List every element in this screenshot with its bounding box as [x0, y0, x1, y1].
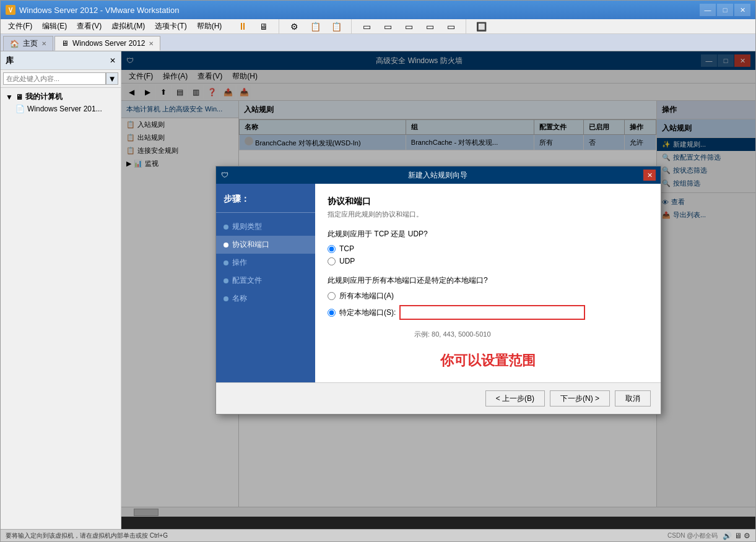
library-search-input[interactable] [3, 72, 106, 85]
pause-button[interactable]: ⏸ [234, 18, 251, 35]
dialog-title-text: 新建入站规则向导 [232, 170, 643, 181]
dialog-icon: 🛡 [221, 171, 228, 179]
step-dot-1 [224, 225, 228, 230]
menu-help[interactable]: 帮助(H) [192, 20, 227, 33]
dialog-section-title: 协议和端口 [328, 196, 648, 207]
main-content: 库 ✕ ▼ ▼ 🖥 我的计算机 📄 Windows Server 201... [1, 51, 755, 529]
port-question: 此规则应用于所有本地端口还是特定的本地端口? [328, 275, 648, 286]
maximize-button[interactable]: □ [717, 4, 733, 16]
menu-vm[interactable]: 虚拟机(M) [106, 20, 150, 33]
toolbar-btn-8[interactable]: ▭ [400, 18, 417, 35]
toolbar-separator-2 [351, 19, 352, 34]
minimize-button[interactable]: — [700, 4, 716, 16]
step-name[interactable]: 名称 [216, 290, 315, 308]
specific-ports-label: 特定本地端口(S): [339, 308, 396, 318]
close-button[interactable]: ✕ [734, 4, 750, 16]
tab-vm-label: Windows Server 2012 [72, 39, 145, 48]
udp-label: UDP [339, 257, 355, 265]
tcp-radio-item[interactable]: TCP [328, 244, 648, 253]
toolbar-btn-11[interactable]: 🔲 [472, 18, 490, 35]
library-search-area: ▼ [1, 70, 121, 88]
back-button[interactable]: < 上一步(B) [485, 390, 545, 406]
vm-tab-icon: 🖥 [61, 39, 69, 48]
toolbar-btn-3[interactable]: ⚙ [285, 18, 303, 35]
new-rule-dialog: 🛡 新建入站规则向导 ✕ 步骤： 规则类型 [215, 166, 661, 415]
all-ports-radio[interactable] [328, 292, 336, 300]
modal-overlay: 🛡 新建入站规则向导 ✕ 步骤： 规则类型 [121, 51, 755, 529]
dialog-main-content: 协议和端口 指定应用此规则的协议和端口。 此规则应用于 TCP 还是 UDP? … [315, 184, 661, 382]
protocol-radio-group: TCP UDP [328, 244, 648, 265]
vmware-statusbar: 要将输入定向到该虚拟机，请在虚拟机内部单击或按 Ctrl+G CSDN @小都全… [1, 529, 755, 541]
steps-label: 步骤： [216, 194, 315, 213]
tab-vm-close[interactable]: ✕ [149, 40, 154, 47]
win-server-label: Windows Server 201... [27, 105, 102, 113]
win-server-item[interactable]: 📄 Windows Server 201... [3, 103, 118, 114]
step-dot-4 [224, 278, 228, 283]
step-dot-2 [224, 243, 228, 247]
library-tree: ▼ 🖥 我的计算机 📄 Windows Server 201... [1, 88, 121, 529]
toolbar-btn-9[interactable]: ▭ [421, 18, 438, 35]
window-title: Windows Server 2012 - VMware Workstation [19, 6, 700, 15]
tab-home[interactable]: 🏠 主页 ✕ [3, 36, 53, 51]
dialog-close-button[interactable]: ✕ [643, 170, 656, 181]
dialog-subtitle: 指定应用此规则的协议和端口。 [328, 210, 648, 219]
toolbar-separator-3 [466, 19, 466, 34]
toolbar-btn-5[interactable]: 📋 [328, 18, 345, 35]
library-search-dropdown[interactable]: ▼ [106, 72, 118, 85]
my-computer-label: 我的计算机 [25, 92, 63, 102]
tab-home-label: 主页 [23, 38, 38, 49]
annotation-text: 你可以设置范围 [328, 351, 648, 370]
tcp-label: TCP [339, 244, 354, 253]
all-ports-radio-item[interactable]: 所有本地端口(A) [328, 291, 648, 301]
dialog-steps-panel: 步骤： 规则类型 协议和端口 操作 [216, 184, 315, 382]
vm-icon: 📄 [15, 105, 25, 113]
title-controls: — □ ✕ [700, 4, 750, 16]
title-bar: V Windows Server 2012 - VMware Workstati… [1, 1, 755, 19]
step-protocol-port[interactable]: 协议和端口 [216, 236, 315, 254]
library-panel: 库 ✕ ▼ ▼ 🖥 我的计算机 📄 Windows Server 201... [1, 51, 121, 529]
tab-vm[interactable]: 🖥 Windows Server 2012 ✕ [54, 36, 160, 51]
vm-content-area: 🛡 高级安全 Windows 防火墙 — □ ✕ 文件(F) 操作(A) 查看(… [121, 51, 755, 529]
tree-section-my-computer: ▼ 🖥 我的计算机 📄 Windows Server 201... [3, 90, 118, 114]
next-button[interactable]: 下一步(N) > [550, 390, 610, 406]
tab-bar: 🏠 主页 ✕ 🖥 Windows Server 2012 ✕ [1, 34, 755, 51]
specific-ports-radio[interactable] [328, 309, 336, 317]
statusbar-icons: 🔊 🖥 ⚙ [723, 531, 750, 540]
port-input[interactable] [399, 305, 585, 320]
port-radio-group: 所有本地端口(A) 特定本地端口(S): [328, 291, 648, 320]
statusbar-right: CSDN @小都全码 [667, 531, 718, 540]
vmware-window: V Windows Server 2012 - VMware Workstati… [0, 0, 756, 542]
menu-edit[interactable]: 编辑(E) [37, 20, 72, 33]
toolbar-btn-10[interactable]: ▭ [442, 18, 459, 35]
specific-ports-radio-item[interactable]: 特定本地端口(S): [328, 305, 648, 320]
step-dot-5 [224, 296, 228, 301]
toolbar-btn-7[interactable]: ▭ [379, 18, 396, 35]
collapse-icon: ▼ [6, 93, 13, 101]
tab-home-close[interactable]: ✕ [41, 40, 46, 47]
udp-radio-item[interactable]: UDP [328, 257, 648, 265]
toolbar-btn-6[interactable]: ▭ [358, 18, 375, 35]
menu-tab[interactable]: 选项卡(T) [150, 20, 191, 33]
step-rule-type[interactable]: 规则类型 [216, 218, 315, 236]
toolbar-btn-4[interactable]: 📋 [306, 18, 324, 35]
menu-file[interactable]: 文件(F) [3, 20, 37, 33]
step-action[interactable]: 操作 [216, 254, 315, 272]
library-title: 库 [6, 55, 14, 66]
cancel-button[interactable]: 取消 [615, 390, 651, 406]
step-profile[interactable]: 配置文件 [216, 272, 315, 290]
dialog-body: 步骤： 规则类型 协议和端口 操作 [216, 184, 661, 382]
menu-view[interactable]: 查看(V) [72, 20, 106, 33]
tcp-radio[interactable] [328, 245, 336, 253]
home-tab-icon: 🏠 [10, 40, 19, 48]
protocol-question: 此规则应用于 TCP 还是 UDP? [328, 229, 648, 239]
dialog-footer: < 上一步(B) 下一步(N) > 取消 [216, 382, 661, 414]
vmware-menu-bar: 文件(F) 编辑(E) 查看(V) 虚拟机(M) 选项卡(T) 帮助(H) ⏸ … [1, 19, 755, 34]
toolbar-separator [279, 19, 279, 34]
toolbar-btn-2[interactable]: 🖥 [255, 18, 272, 35]
my-computer-header[interactable]: ▼ 🖥 我的计算机 [3, 90, 118, 103]
all-ports-label: 所有本地端口(A) [339, 291, 394, 301]
library-close-button[interactable]: ✕ [110, 56, 116, 65]
udp-radio[interactable] [328, 257, 336, 265]
step-dot-3 [224, 260, 228, 265]
computer-icon: 🖥 [15, 93, 23, 101]
